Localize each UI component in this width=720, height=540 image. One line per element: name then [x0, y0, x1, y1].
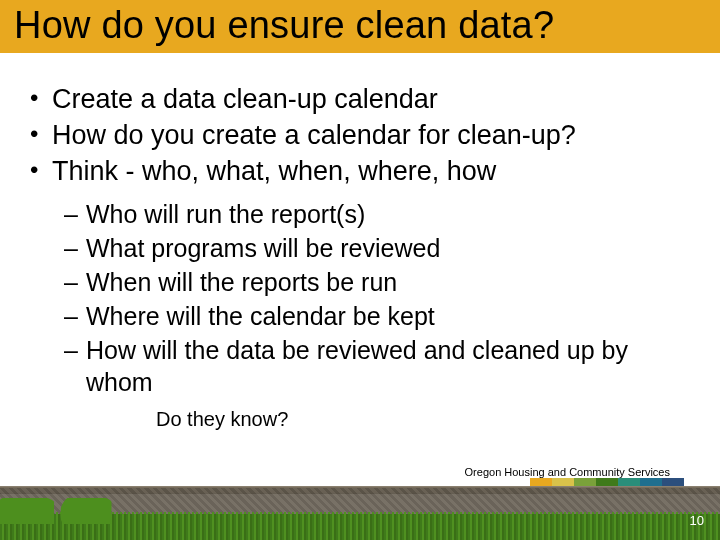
strip-swatch	[574, 478, 596, 486]
strip-swatch	[662, 478, 684, 486]
sub-bullet-list: Who will run the report(s) What programs…	[26, 198, 694, 398]
list-item: Where will the calendar be kept	[64, 300, 694, 332]
subtext: Do they know?	[156, 408, 694, 431]
strip-swatch	[596, 478, 618, 486]
title-bar: How do you ensure clean data?	[0, 0, 720, 53]
list-item: How will the data be reviewed and cleane…	[64, 334, 694, 398]
bush-icon	[61, 498, 112, 524]
color-strip	[530, 478, 684, 486]
slide-title: How do you ensure clean data?	[14, 4, 706, 47]
slide-content: Create a data clean-up calendar How do y…	[0, 53, 720, 431]
page-number: 10	[690, 513, 704, 528]
org-label: Oregon Housing and Community Services	[465, 466, 670, 478]
list-item: When will the reports be run	[64, 266, 694, 298]
strip-swatch	[552, 478, 574, 486]
list-item: Think - who, what, when, where, how	[26, 155, 694, 189]
strip-swatch	[530, 478, 552, 486]
list-item: What programs will be reviewed	[64, 232, 694, 264]
bush-icon	[0, 498, 54, 524]
strip-swatch	[640, 478, 662, 486]
slide: How do you ensure clean data? Create a d…	[0, 0, 720, 540]
bullet-list: Create a data clean-up calendar How do y…	[26, 83, 694, 188]
list-item: How do you create a calendar for clean-u…	[26, 119, 694, 153]
strip-swatch	[618, 478, 640, 486]
list-item: Who will run the report(s)	[64, 198, 694, 230]
list-item: Create a data clean-up calendar	[26, 83, 694, 117]
